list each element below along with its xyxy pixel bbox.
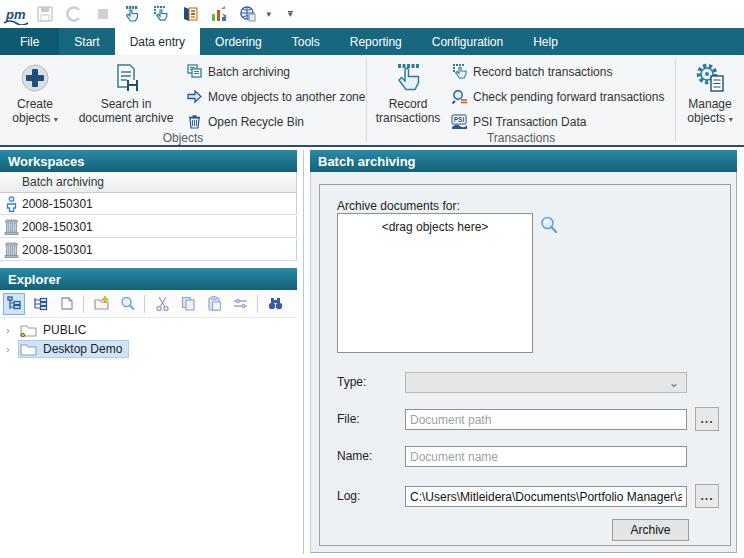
filter-icon[interactable] xyxy=(229,293,251,315)
name-label: Name: xyxy=(337,449,372,463)
log-input[interactable] xyxy=(405,486,687,507)
archive-button[interactable]: Archive xyxy=(612,519,689,541)
workspaces-column-header-label: Batch archiving xyxy=(22,175,104,189)
log-label: Log: xyxy=(337,489,360,503)
record-batch-transactions-button[interactable]: Record batch transactions xyxy=(451,62,664,81)
tab-file[interactable]: File xyxy=(0,28,59,55)
record-batch-transactions-label: Record batch transactions xyxy=(473,65,612,79)
tree-view-icon[interactable] xyxy=(3,293,25,315)
globe-document-icon[interactable] xyxy=(238,4,258,24)
manage-objects-button[interactable]: Manage objects ▾ xyxy=(678,59,742,130)
open-recycle-bin-button[interactable]: Open Recycle Bin xyxy=(186,112,365,131)
expander-icon[interactable]: › xyxy=(6,324,16,336)
tree-item-label: PUBLIC xyxy=(40,323,89,337)
binoculars-icon[interactable] xyxy=(264,293,286,315)
batch-archiving-button[interactable]: Batch archiving xyxy=(186,62,365,81)
create-objects-label: Create objects xyxy=(12,97,53,125)
check-pending-forward-button[interactable]: Check pending forward transactions xyxy=(451,87,664,106)
psi-transaction-data-button[interactable]: PSI PSI Transaction Data xyxy=(451,112,664,131)
file-input[interactable] xyxy=(405,409,687,430)
ribbon-group-transactions: Record transactions Record batch transac… xyxy=(367,55,675,145)
document-archive-search-icon xyxy=(110,62,142,94)
transactions-group-label: Transactions xyxy=(367,131,675,145)
hand-click-icon xyxy=(392,62,424,94)
ribbon-group-objects: Create objects ▾ Search in document arch… xyxy=(0,55,366,145)
folder-icon xyxy=(20,323,37,337)
toolbar-separator xyxy=(144,295,145,313)
type-dropdown[interactable]: ⌄ xyxy=(405,372,687,393)
archive-documents-for-label: Archive documents for: xyxy=(337,199,460,213)
tree-item-desktop-demo[interactable]: › Desktop Demo xyxy=(0,339,297,358)
tab-data-entry[interactable]: Data entry xyxy=(115,28,200,55)
psi-transaction-data-label: PSI Transaction Data xyxy=(473,115,586,129)
record-transactions-button[interactable]: Record transactions xyxy=(367,59,449,128)
expander-icon[interactable]: › xyxy=(6,343,16,355)
record-transactions-icon[interactable] xyxy=(122,4,142,24)
explorer-toolbar xyxy=(0,290,297,318)
record-batch-transactions-icon[interactable] xyxy=(151,4,171,24)
workspace-row[interactable]: 2008-150301 xyxy=(0,193,297,215)
new-folder-icon[interactable] xyxy=(90,293,112,315)
batch-archiving-title: Batch archiving xyxy=(318,154,416,169)
record-transactions-label: Record transactions xyxy=(373,97,443,125)
ribbon-options-icon[interactable]: ▾ xyxy=(288,11,293,17)
dropdown-arrow-icon: ▾ xyxy=(729,115,733,124)
batch-archiving-groupbox: Archive documents for: <drag objects her… xyxy=(319,184,731,546)
tab-help[interactable]: Help xyxy=(518,28,573,55)
ribbon: Create objects ▾ Search in document arch… xyxy=(0,55,744,147)
drop-hint-text: <drag objects here> xyxy=(382,220,489,234)
arrow-right-icon xyxy=(186,88,203,105)
tree-item-public[interactable]: › PUBLIC xyxy=(0,320,297,339)
search-document-archive-button[interactable]: Search in document archive xyxy=(70,59,182,128)
type-label: Type: xyxy=(337,375,366,389)
svg-text:PSI: PSI xyxy=(454,116,465,123)
objects-group-label: Objects xyxy=(0,131,366,145)
search-objects-icon[interactable] xyxy=(539,215,559,235)
tab-reporting[interactable]: Reporting xyxy=(335,28,417,55)
check-pending-forward-label: Check pending forward transactions xyxy=(473,90,664,104)
tab-tools[interactable]: Tools xyxy=(277,28,335,55)
explorer-tree: › PUBLIC › Desktop Demo xyxy=(0,320,297,358)
workspaces-column-header[interactable]: Batch archiving xyxy=(0,172,297,193)
explorer-panel-header: Explorer xyxy=(0,268,297,290)
tab-start[interactable]: Start xyxy=(59,28,114,55)
log-browse-button[interactable]: ... xyxy=(695,484,719,508)
workspaces-title: Workspaces xyxy=(8,154,84,169)
search-lines-icon xyxy=(451,88,468,105)
save-icon[interactable] xyxy=(35,4,55,24)
copy-icon[interactable] xyxy=(177,293,199,315)
name-input[interactable] xyxy=(405,446,687,467)
tree-list-icon[interactable] xyxy=(29,293,51,315)
tab-configuration[interactable]: Configuration xyxy=(417,28,518,55)
cut-icon[interactable] xyxy=(151,293,173,315)
gear-list-icon xyxy=(694,62,726,94)
create-objects-button[interactable]: Create objects ▾ xyxy=(0,59,70,130)
panel-splitter[interactable] xyxy=(303,150,304,554)
qat-dropdown-arrow-icon[interactable]: ▾ xyxy=(267,9,272,19)
search-icon[interactable] xyxy=(116,293,138,315)
tab-ordering[interactable]: Ordering xyxy=(200,28,277,55)
explorer-title: Explorer xyxy=(8,272,61,287)
recycle-bin-icon xyxy=(186,113,203,130)
report-document-icon[interactable] xyxy=(180,4,200,24)
dropdown-arrow-icon: ▾ xyxy=(54,115,58,124)
file-browse-button[interactable]: ... xyxy=(695,407,719,431)
workspace-row[interactable]: 2008-150301 xyxy=(0,239,297,261)
batch-archiving-panel-body: Archive documents for: <drag objects her… xyxy=(310,172,737,553)
chart-icon[interactable] xyxy=(209,4,229,24)
drop-target-list[interactable]: <drag objects here> xyxy=(337,213,533,353)
psi-icon: PSI xyxy=(451,113,468,130)
folder-icon xyxy=(20,342,37,356)
page-icon[interactable] xyxy=(55,293,77,315)
paste-icon[interactable] xyxy=(203,293,225,315)
stop-icon[interactable] xyxy=(93,4,113,24)
refresh-icon[interactable] xyxy=(64,4,84,24)
workspace-row[interactable]: 2008-150301 xyxy=(0,216,297,238)
pillar-icon xyxy=(0,219,22,235)
ribbon-tab-bar: File Start Data entry Ordering Tools Rep… xyxy=(0,28,744,55)
batch-copy-icon xyxy=(186,63,203,80)
search-document-archive-label: Search in document archive xyxy=(76,97,176,125)
move-objects-button[interactable]: Move objects to another zone xyxy=(186,87,365,106)
plus-circle-icon xyxy=(19,62,51,94)
workspace-row-label: 2008-150301 xyxy=(22,243,93,257)
